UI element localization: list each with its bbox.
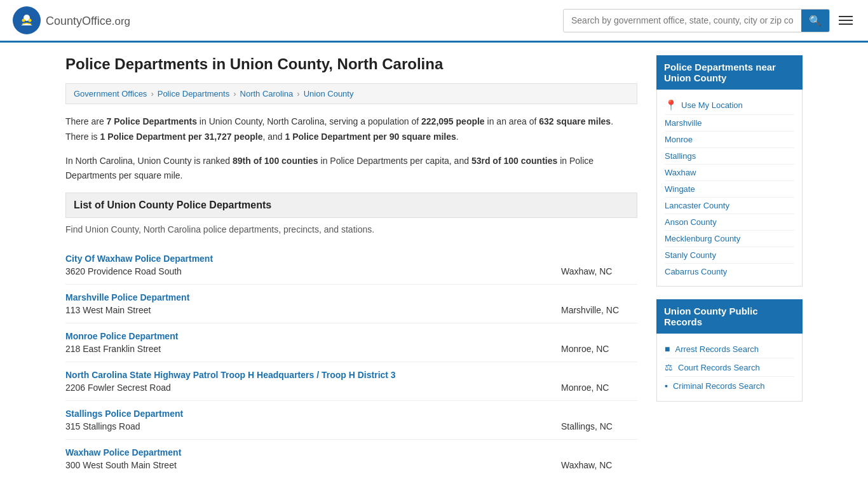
logo-icon bbox=[13, 6, 41, 34]
breadcrumb-police-depts[interactable]: Police Departments bbox=[158, 89, 229, 98]
rank1: 89th of 100 counties bbox=[233, 156, 318, 166]
dept-link[interactable]: Waxhaw Police Department bbox=[65, 447, 637, 458]
search-input[interactable] bbox=[564, 10, 801, 30]
per-area: 1 Police Department per 90 square miles bbox=[285, 132, 456, 142]
dept-address: 315 Stallings Road bbox=[65, 421, 140, 431]
sidebar-nearby-title: Police Departments near Union County bbox=[656, 55, 803, 90]
table-row: North Carolina State Highway Patrol Troo… bbox=[65, 362, 637, 401]
rank2: 53rd of 100 counties bbox=[471, 156, 557, 166]
table-row: City Of Waxhaw Police Department 3620 Pr… bbox=[65, 246, 637, 285]
dept-link[interactable]: North Carolina State Highway Patrol Troo… bbox=[65, 370, 637, 380]
arrest-records-icon: ■ bbox=[665, 344, 670, 354]
table-row: Marshville Police Department 113 West Ma… bbox=[65, 285, 637, 323]
logo-text: CountyOffice.org bbox=[46, 13, 130, 28]
page-title: Police Departments in Union County, Nort… bbox=[65, 55, 637, 73]
sidebar-nearby-body: 📍 Use My Location Marshville Monroe Stal… bbox=[656, 90, 803, 287]
breadcrumb-nc[interactable]: North Carolina bbox=[240, 89, 294, 98]
sidebar-item-stallings[interactable]: Stallings bbox=[665, 148, 794, 165]
dept-city: Waxhaw, NC bbox=[561, 460, 637, 470]
population: 222,095 people bbox=[421, 116, 485, 126]
dept-address: 300 West South Main Street bbox=[65, 460, 177, 470]
per-capita: 1 Police Department per 31,727 people bbox=[100, 132, 262, 142]
dept-address: 113 West Main Street bbox=[65, 305, 151, 315]
logo-area: CountyOffice.org bbox=[13, 6, 130, 34]
list-section-header: List of Union County Police Departments bbox=[65, 193, 637, 218]
criminal-records-label: Criminal Records Search bbox=[673, 381, 765, 391]
menu-button[interactable] bbox=[836, 13, 855, 27]
sidebar-item-wingate[interactable]: Wingate bbox=[665, 181, 794, 198]
sidebar-nearby-section: Police Departments near Union County 📍 U… bbox=[656, 55, 803, 287]
sidebar-records-body: ■ Arrest Records Search ⚖ Court Records … bbox=[656, 334, 803, 402]
sidebar-records-title: Union County Public Records bbox=[656, 299, 803, 334]
sidebar-records-section: Union County Public Records ■ Arrest Rec… bbox=[656, 299, 803, 402]
description-para1: There are 7 Police Departments in Union … bbox=[65, 114, 637, 145]
area: 632 square miles bbox=[539, 116, 611, 126]
main-container: Police Departments in Union County, Nort… bbox=[53, 43, 815, 488]
sidebar-item-mecklenburg-county[interactable]: Mecklenburg County bbox=[665, 231, 794, 247]
sidebar-item-lancaster-county[interactable]: Lancaster County bbox=[665, 198, 794, 214]
sidebar-item-anson-county[interactable]: Anson County bbox=[665, 214, 794, 231]
court-records-label: Court Records Search bbox=[678, 363, 760, 372]
court-records-link[interactable]: ⚖ Court Records Search bbox=[665, 358, 794, 377]
table-row: Waxhaw Police Department 300 West South … bbox=[65, 440, 637, 478]
use-location-link[interactable]: 📍 Use My Location bbox=[665, 96, 794, 115]
arrest-records-label: Arrest Records Search bbox=[675, 344, 759, 354]
criminal-records-link[interactable]: ▪ Criminal Records Search bbox=[665, 377, 794, 395]
dept-address: 3620 Providence Road South bbox=[65, 266, 182, 276]
svg-point-3 bbox=[29, 19, 32, 22]
dept-city: Waxhaw, NC bbox=[561, 266, 637, 276]
dept-count: 7 Police Departments bbox=[107, 116, 197, 126]
use-location-label: Use My Location bbox=[681, 100, 743, 110]
svg-point-2 bbox=[22, 19, 25, 22]
sidebar-item-cabarrus-county[interactable]: Cabarrus County bbox=[665, 264, 794, 280]
arrest-records-link[interactable]: ■ Arrest Records Search bbox=[665, 340, 794, 358]
location-pin-icon: 📍 bbox=[665, 99, 677, 111]
breadcrumb-gov-offices[interactable]: Government Offices bbox=[74, 89, 147, 98]
content-area: Police Departments in Union County, Nort… bbox=[65, 55, 637, 478]
dept-link[interactable]: Marshville Police Department bbox=[65, 292, 637, 302]
breadcrumb-union-county[interactable]: Union County bbox=[304, 89, 354, 98]
site-header: CountyOffice.org 🔍 bbox=[0, 0, 868, 43]
departments-list: City Of Waxhaw Police Department 3620 Pr… bbox=[65, 246, 637, 478]
breadcrumb: Government Offices › Police Departments … bbox=[65, 83, 637, 104]
list-section-desc: Find Union County, North Carolina police… bbox=[65, 224, 637, 234]
dept-city: Monroe, NC bbox=[561, 383, 637, 393]
dept-city: Stallings, NC bbox=[561, 421, 637, 431]
dept-link[interactable]: Stallings Police Department bbox=[65, 409, 637, 419]
criminal-records-icon: ▪ bbox=[665, 381, 668, 391]
search-box: 🔍 bbox=[563, 9, 830, 32]
dept-city: Monroe, NC bbox=[561, 344, 637, 354]
sidebar-item-marshville[interactable]: Marshville bbox=[665, 115, 794, 132]
table-row: Monroe Police Department 218 East Frankl… bbox=[65, 323, 637, 362]
sidebar-item-waxhaw[interactable]: Waxhaw bbox=[665, 165, 794, 181]
court-records-icon: ⚖ bbox=[665, 362, 673, 372]
sidebar-item-monroe[interactable]: Monroe bbox=[665, 132, 794, 148]
search-button[interactable]: 🔍 bbox=[801, 10, 829, 32]
description-para2: In North Carolina, Union County is ranke… bbox=[65, 154, 637, 184]
table-row: Stallings Police Department 315 Stalling… bbox=[65, 401, 637, 440]
dept-link[interactable]: Monroe Police Department bbox=[65, 331, 637, 341]
header-right: 🔍 bbox=[563, 9, 855, 32]
sidebar-item-stanly-county[interactable]: Stanly County bbox=[665, 247, 794, 264]
dept-city: Marshville, NC bbox=[561, 305, 637, 315]
dept-address: 218 East Franklin Street bbox=[65, 344, 161, 354]
sidebar: Police Departments near Union County 📍 U… bbox=[656, 55, 803, 478]
dept-link[interactable]: City Of Waxhaw Police Department bbox=[65, 254, 637, 264]
dept-address: 2206 Fowler Secrest Road bbox=[65, 383, 171, 393]
